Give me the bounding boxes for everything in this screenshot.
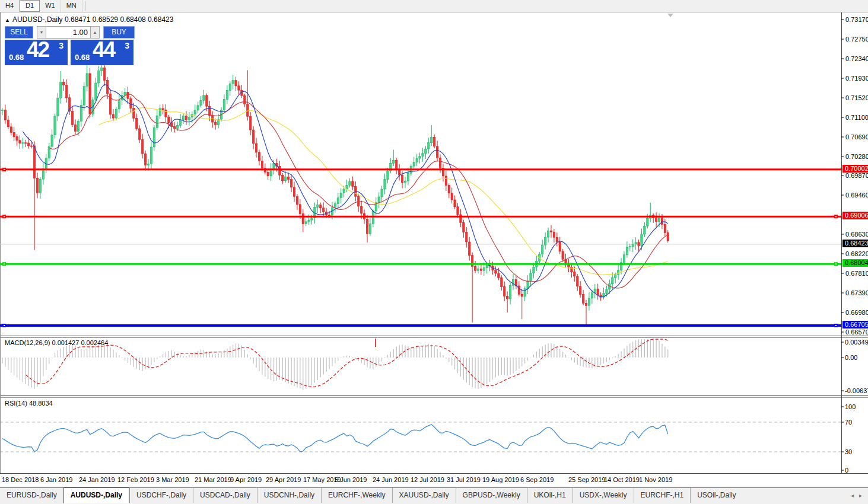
rsi-tick-label: 0: [845, 467, 848, 474]
chart-tab-usdcnh[interactable]: USDCNH-,Daily: [257, 488, 321, 503]
date-axis-label: 9 Apr 2019: [230, 476, 262, 483]
price-tick-label: 0.68220: [845, 250, 868, 257]
chart-title: ▲AUDUSD-,Daily 0.68471 0.68529 0.68408 0…: [5, 15, 173, 24]
price-tick-label: 0.69460: [845, 192, 868, 199]
timeframe-button-h4[interactable]: H4: [0, 0, 20, 12]
timeframe-button-d1[interactable]: D1: [20, 0, 40, 12]
date-axis-label: 5 Jun 2019: [335, 476, 367, 483]
price-chart-canvas[interactable]: [0, 0, 868, 487]
date-axis-label: 1 Nov 2019: [639, 476, 672, 483]
chart-tab-xauusd[interactable]: XAUUSD-,Daily: [392, 488, 456, 503]
price-tick-label: 0.72750: [845, 36, 868, 43]
date-axis-label: 24 Jun 2019: [373, 476, 409, 483]
macd-indicator-label: MACD(12,26,9) 0.001427 0.002464: [5, 339, 108, 346]
date-axis-label: 12 Jul 2019: [411, 476, 444, 483]
mt4-terminal: { "toolbar": {"timeframes": ["H4","D1","…: [0, 0, 868, 504]
date-axis-label: 25 Sep 2019: [568, 476, 605, 483]
price-tick-label: 0.72340: [845, 55, 868, 62]
chart-tab-eurchf[interactable]: EURCHF-,H1: [634, 488, 691, 503]
volume-increase-button[interactable]: ▲: [90, 26, 100, 39]
toolbar-separator: [85, 1, 85, 11]
symbol-period-label: AUDUSD-,Daily: [12, 15, 63, 24]
macd-tick-label: 0.00: [845, 354, 857, 361]
chart-tab-eurchf[interactable]: EURCHF-,Weekly: [321, 488, 392, 503]
price-tick-label: 0.69870: [845, 172, 868, 179]
moving-averages-layer: [23, 84, 667, 296]
chart-tab-usoil[interactable]: USOil-,Daily: [690, 488, 742, 503]
price-tick-label: 0.71520: [845, 94, 868, 101]
price-tick-label: 0.70690: [845, 133, 868, 141]
tabs-scroll-right-icon[interactable]: ▸: [859, 492, 862, 499]
rsi-layer: [0, 422, 841, 452]
date-axis-label: 3 Mar 2019: [156, 476, 189, 483]
price-badge: 0.66705: [842, 321, 868, 328]
price-tick-label: 0.66980: [845, 309, 868, 316]
macd-signal-line: [26, 339, 667, 387]
macd-layer: [2, 339, 668, 390]
price-badge: 0.69006: [842, 212, 868, 219]
buy-button[interactable]: BUY: [103, 26, 135, 39]
volume-decrease-button[interactable]: ▼: [37, 26, 46, 39]
price-tick-label: 0.66570: [845, 328, 868, 336]
macd-tick-label: -0.00637: [845, 387, 868, 394]
price-tick-label: 0.67810: [845, 270, 868, 277]
timeframe-toolbar: H4D1W1MN: [0, 0, 868, 12]
volume-input[interactable]: [46, 26, 90, 39]
date-axis-label: 18 Dec 2018: [2, 476, 39, 483]
timeframe-button-mn[interactable]: MN: [61, 0, 82, 12]
chart-tab-audusd[interactable]: AUDUSD-,Daily: [63, 487, 129, 503]
buy-price-point: 3: [125, 41, 129, 50]
price-tick-label: 0.73170: [845, 16, 868, 23]
rsi-tick-label: 30: [845, 448, 852, 455]
one-click-trade-panel: SELL ▼ ▲ BUY 0.68 42 3 0.68 44 3: [5, 26, 135, 65]
rsi-tick-label: 70: [845, 419, 852, 426]
sell-button[interactable]: SELL: [5, 26, 33, 39]
date-axis-label: 6 Jan 2019: [40, 476, 72, 483]
price-badge: 0.68423: [842, 240, 868, 247]
chart-tab-gbpusd[interactable]: GBPUSD-,Weekly: [456, 488, 527, 503]
date-axis-label: 29 Apr 2019: [266, 476, 301, 483]
timeframe-button-w1[interactable]: W1: [40, 0, 61, 12]
date-axis-label: 19 Aug 2019: [482, 476, 519, 483]
date-axis-label: 12 Feb 2019: [117, 476, 154, 483]
buy-price-prefix: 0.68: [75, 53, 90, 62]
symbol-tabbar: EURUSD-,DailyAUDUSD-,DailyUSDCHF-,DailyU…: [0, 487, 868, 504]
ohlc-values: 0.68471 0.68529 0.68408 0.68423: [65, 15, 174, 24]
sell-price-pips: 42: [27, 37, 49, 62]
chart-tab-usdx[interactable]: USDX-,Weekly: [573, 488, 634, 503]
date-axis-label: 24 Jan 2019: [79, 476, 115, 483]
price-tick-label: 0.68630: [845, 231, 868, 238]
rsi-tick-label: 100: [845, 403, 856, 410]
sell-price-point: 3: [59, 41, 63, 50]
chart-tab-usdcad[interactable]: USDCAD-,Daily: [193, 488, 257, 503]
sell-price-box[interactable]: 0.68 42 3: [5, 40, 68, 65]
collapse-symbol-icon[interactable]: ▲: [5, 17, 10, 23]
price-tick-label: 0.71930: [845, 75, 868, 82]
rsi-indicator-label: RSI(14) 48.8034: [5, 400, 53, 407]
date-axis-label: 31 Jul 2019: [447, 476, 481, 483]
price-tick-label: 0.70280: [845, 153, 868, 160]
price-tick-label: 0.71100: [845, 114, 868, 121]
sell-price-prefix: 0.68: [9, 53, 24, 62]
date-axis-label: 21 Mar 2019: [195, 476, 231, 483]
chart-tab-eurusd[interactable]: EURUSD-,Daily: [0, 488, 63, 503]
price-badge: 0.68004: [842, 259, 868, 267]
buy-price-pips: 44: [93, 37, 115, 62]
date-axis-label: 14 Oct 2019: [604, 476, 640, 483]
chart-shift-marker-icon: [667, 14, 673, 17]
rsi-line: [2, 425, 668, 452]
macd-tick-label: 0.00349: [845, 339, 868, 346]
chart-tab-ukoil[interactable]: UKOil-,H1: [527, 488, 573, 503]
buy-price-box[interactable]: 0.68 44 3: [71, 40, 133, 65]
date-axis-label: 6 Sep 2019: [520, 476, 554, 483]
chart-tab-usdchf[interactable]: USDCHF-,Daily: [129, 488, 193, 503]
price-badge: 0.70002: [842, 165, 868, 173]
tabs-scroll-left-icon[interactable]: ◂: [851, 492, 854, 499]
price-tick-label: 0.67390: [845, 289, 868, 296]
